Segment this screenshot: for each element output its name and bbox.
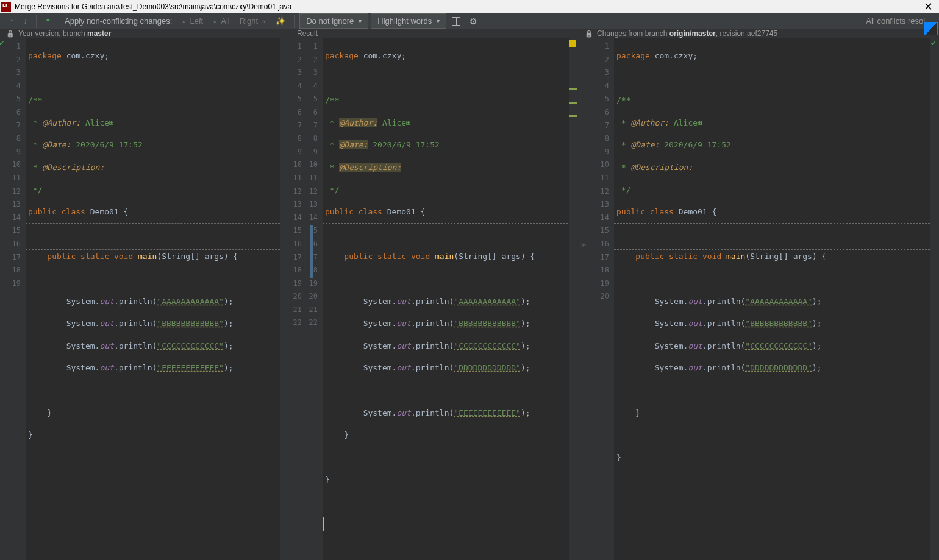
apply-left-button[interactable]: Left xyxy=(178,14,207,28)
status-check-icon: ✔ xyxy=(930,40,939,48)
magic-resolve-icon[interactable] xyxy=(41,14,59,29)
result-editor[interactable]: 12345678910111213141516171819202122 1234… xyxy=(291,38,578,560)
apply-right-button[interactable]: Right xyxy=(236,14,270,28)
mid-gutter-left xyxy=(280,38,291,560)
right-gutter: 1234567891011121314151617181920 xyxy=(588,38,614,560)
lang-badge-icon xyxy=(924,22,938,35)
merge-editors: ✔ 12345678910111213141516171819 package … xyxy=(0,38,939,560)
right-pane-header: Changes from branch origin/master, revis… xyxy=(579,29,939,38)
left-editor[interactable]: ✔ 12345678910111213141516171819 package … xyxy=(0,38,280,560)
apply-all-button[interactable]: All xyxy=(209,14,234,28)
close-icon[interactable]: ✕ xyxy=(919,0,938,13)
ignore-dropdown[interactable]: Do not ignore xyxy=(299,13,368,29)
lock-icon xyxy=(6,29,15,38)
window-title: Merge Revisions for G:\idea arc\Test_Dem… xyxy=(15,2,291,11)
magic-wand-icon[interactable]: ✨ xyxy=(272,14,289,28)
mid-overview-ruler[interactable] xyxy=(569,38,577,560)
lock-icon xyxy=(585,29,593,38)
gap-marker-icon: ≫ xyxy=(580,242,586,248)
status-check-icon: ✔ xyxy=(0,40,7,48)
conflicts-status: All conflicts resol... xyxy=(866,16,932,26)
merge-toolbar: Apply non-conflicting changes: Left All … xyxy=(0,13,939,29)
next-diff-icon[interactable] xyxy=(20,14,32,28)
left-code[interactable]: package com.czxy; /** * @Author: Alice⊞ … xyxy=(26,38,280,560)
highlight-dropdown[interactable]: Highlight words xyxy=(371,13,446,29)
result-code[interactable]: package com.czxy; /** * @Author: Alice⊞ … xyxy=(323,38,577,560)
settings-icon[interactable] xyxy=(466,14,480,29)
mid-gutter: 12345678910111213141516171819202122 1234… xyxy=(291,38,323,560)
left-pane-header: Your version, branch master xyxy=(0,29,291,38)
window-titlebar: Merge Revisions for G:\idea arc\Test_Dem… xyxy=(0,0,939,13)
prev-diff-icon[interactable] xyxy=(6,14,18,28)
intellij-icon xyxy=(1,2,11,12)
left-gutter: 12345678910111213141516171819 xyxy=(0,38,26,560)
mid-gutter-right: ≫ xyxy=(578,38,588,560)
sync-scroll-icon[interactable] xyxy=(449,14,463,29)
apply-nonconflicting-label: Apply non-conflicting changes: xyxy=(61,14,176,28)
right-editor[interactable]: 1234567891011121314151617181920 package … xyxy=(588,38,939,560)
pane-headers: Your version, branch master Result Chang… xyxy=(0,29,939,38)
right-overview-ruler[interactable]: ✔ xyxy=(930,38,939,560)
right-code[interactable]: package com.czxy; /** * @Author: Alice⊞ … xyxy=(614,38,939,560)
result-pane-header: Result xyxy=(291,29,579,38)
warning-icon xyxy=(569,40,576,47)
